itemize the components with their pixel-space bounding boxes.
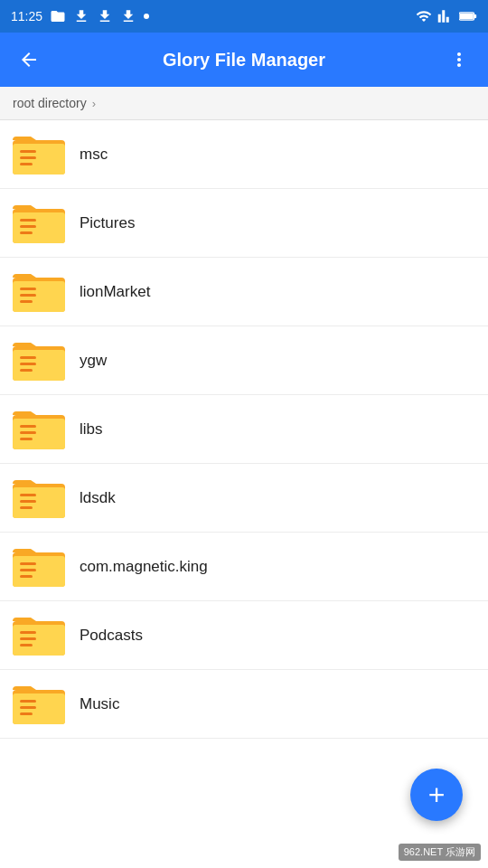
battery-icon bbox=[459, 10, 477, 23]
list-item[interactable]: ygw bbox=[0, 326, 488, 395]
svg-rect-20 bbox=[20, 356, 36, 359]
status-time: 11:25 bbox=[11, 9, 42, 24]
back-button[interactable] bbox=[11, 42, 47, 78]
svg-rect-37 bbox=[20, 575, 33, 578]
back-icon bbox=[18, 49, 40, 71]
status-bar: 11:25 bbox=[0, 0, 488, 33]
list-item[interactable]: Pictures bbox=[0, 189, 488, 258]
status-right bbox=[416, 8, 477, 24]
folder-icon bbox=[13, 612, 65, 659]
svg-rect-40 bbox=[20, 631, 36, 634]
svg-rect-4 bbox=[13, 144, 65, 175]
folder-name: com.magnetic.king bbox=[80, 558, 208, 576]
list-item[interactable]: msc bbox=[0, 120, 488, 189]
download-icon-2 bbox=[97, 8, 113, 24]
svg-rect-36 bbox=[20, 569, 36, 571]
list-item[interactable]: com.magnetic.king bbox=[0, 533, 488, 601]
svg-rect-10 bbox=[20, 219, 36, 222]
folder-name: ygw bbox=[80, 352, 107, 370]
svg-rect-26 bbox=[20, 431, 36, 434]
svg-rect-6 bbox=[20, 156, 36, 159]
svg-rect-25 bbox=[20, 425, 36, 428]
svg-rect-39 bbox=[13, 625, 65, 656]
chevron-right-icon: › bbox=[92, 97, 96, 110]
svg-rect-21 bbox=[20, 363, 36, 365]
svg-rect-31 bbox=[20, 500, 36, 503]
svg-rect-27 bbox=[20, 438, 33, 440]
svg-rect-1 bbox=[474, 14, 477, 18]
svg-rect-19 bbox=[13, 350, 65, 381]
svg-rect-9 bbox=[13, 212, 65, 243]
dot-indicator bbox=[144, 14, 149, 19]
file-list: msc Pictures lionMarket bbox=[0, 120, 488, 739]
svg-rect-34 bbox=[13, 556, 65, 587]
more-icon bbox=[448, 49, 470, 71]
svg-rect-44 bbox=[13, 693, 65, 724]
app-bar: Glory File Manager bbox=[0, 33, 488, 87]
list-item[interactable]: ldsdk bbox=[0, 464, 488, 533]
status-left: 11:25 bbox=[11, 8, 149, 24]
download-icon-3 bbox=[120, 8, 136, 24]
folder-icon bbox=[13, 337, 65, 384]
folder-icon bbox=[13, 543, 65, 590]
folder-icon bbox=[13, 200, 65, 247]
list-item[interactable]: Podcasts bbox=[0, 601, 488, 670]
add-icon: + bbox=[428, 780, 446, 809]
svg-rect-42 bbox=[20, 644, 33, 646]
folder-name: Pictures bbox=[80, 214, 135, 232]
breadcrumb[interactable]: root directory › bbox=[0, 87, 488, 120]
wifi-icon bbox=[416, 8, 432, 24]
folder-icon bbox=[13, 475, 65, 522]
svg-rect-15 bbox=[20, 288, 36, 290]
svg-rect-35 bbox=[20, 562, 36, 565]
list-item[interactable]: Music bbox=[0, 670, 488, 739]
list-item[interactable]: libs bbox=[0, 395, 488, 464]
folder-icon bbox=[13, 681, 65, 728]
svg-rect-5 bbox=[20, 150, 36, 153]
breadcrumb-path: root directory bbox=[13, 96, 87, 110]
svg-rect-7 bbox=[20, 163, 33, 165]
folder-icon bbox=[13, 406, 65, 453]
folder-icon bbox=[13, 269, 65, 316]
folder-name: msc bbox=[80, 146, 108, 164]
more-button[interactable] bbox=[441, 42, 477, 78]
svg-rect-46 bbox=[20, 706, 36, 709]
watermark: 962.NET 乐游网 bbox=[399, 844, 481, 861]
svg-rect-11 bbox=[20, 225, 36, 228]
svg-rect-24 bbox=[13, 419, 65, 449]
folder-icon bbox=[13, 131, 65, 178]
svg-rect-16 bbox=[20, 294, 36, 297]
svg-rect-41 bbox=[20, 637, 36, 640]
signal-icon bbox=[437, 8, 454, 24]
folder-name: Music bbox=[80, 695, 119, 713]
folder-name: lionMarket bbox=[80, 283, 150, 301]
svg-rect-30 bbox=[20, 494, 36, 496]
folder-name: ldsdk bbox=[80, 489, 116, 507]
svg-rect-12 bbox=[20, 231, 33, 234]
svg-rect-17 bbox=[20, 300, 33, 303]
svg-rect-22 bbox=[20, 369, 33, 372]
file-icon bbox=[50, 8, 66, 24]
svg-rect-47 bbox=[20, 712, 33, 715]
svg-rect-32 bbox=[20, 506, 33, 509]
app-title: Glory File Manager bbox=[47, 50, 441, 71]
fab-add-button[interactable]: + bbox=[410, 769, 463, 821]
download-icon-1 bbox=[73, 8, 89, 24]
list-item[interactable]: lionMarket bbox=[0, 258, 488, 326]
svg-rect-45 bbox=[20, 700, 36, 703]
svg-rect-14 bbox=[13, 281, 65, 312]
svg-rect-2 bbox=[460, 14, 474, 20]
folder-name: libs bbox=[80, 420, 103, 439]
svg-rect-29 bbox=[13, 487, 65, 518]
folder-name: Podcasts bbox=[80, 627, 143, 645]
